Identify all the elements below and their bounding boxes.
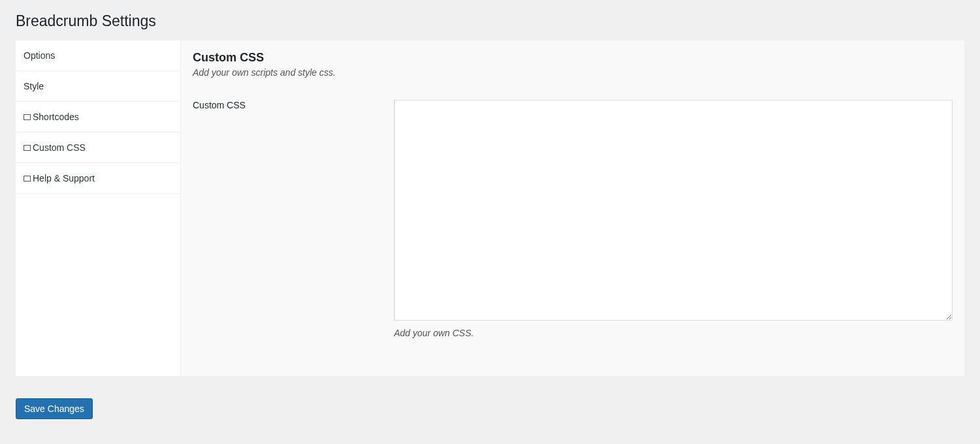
- field-hint: Add your own CSS.: [394, 328, 953, 338]
- sidebar: Options Style Shortcodes Custom CSS Help…: [16, 40, 180, 376]
- sidebar-item-label: Options: [24, 50, 55, 61]
- box-icon: [24, 114, 31, 120]
- form-row-custom-css: Custom CSS Add your own CSS.: [193, 100, 953, 338]
- sidebar-item-help-support[interactable]: Help & Support: [16, 163, 180, 194]
- box-icon: [24, 176, 31, 182]
- sidebar-item-label: Custom CSS: [33, 142, 86, 153]
- custom-css-textarea[interactable]: [394, 100, 953, 321]
- sidebar-item-custom-css[interactable]: Custom CSS: [16, 133, 180, 163]
- save-button[interactable]: Save Changes: [16, 398, 93, 419]
- sidebar-item-label: Style: [24, 81, 44, 91]
- settings-panel: Options Style Shortcodes Custom CSS Help…: [16, 40, 964, 376]
- actions-row: Save Changes: [16, 398, 964, 419]
- section-title: Custom CSS: [193, 51, 953, 65]
- main-content: Custom CSS Add your own scripts and styl…: [180, 40, 964, 376]
- sidebar-item-shortcodes[interactable]: Shortcodes: [16, 102, 180, 133]
- sidebar-item-style[interactable]: Style: [16, 71, 180, 102]
- sidebar-item-label: Help & Support: [33, 173, 95, 183]
- field-label: Custom CSS: [193, 100, 394, 110]
- page-title: Breadcrumb Settings: [16, 7, 964, 33]
- section-description: Add your own scripts and style css.: [193, 67, 953, 78]
- sidebar-item-options[interactable]: Options: [16, 40, 180, 71]
- sidebar-item-label: Shortcodes: [33, 112, 79, 122]
- field-wrapper: Add your own CSS.: [394, 100, 953, 338]
- box-icon: [24, 145, 31, 151]
